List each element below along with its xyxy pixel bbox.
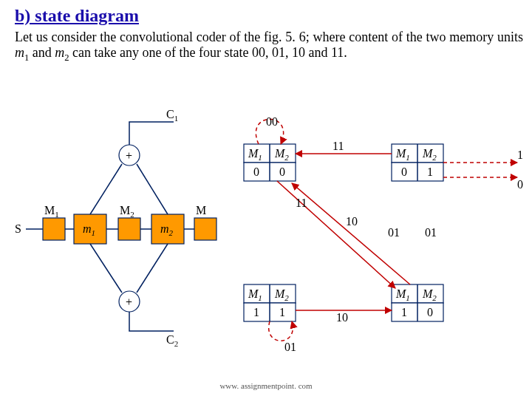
t-00-10: [277, 181, 395, 288]
input-label: S: [15, 222, 21, 235]
lbl-01a: 01: [388, 226, 400, 239]
c1-label: C1: [166, 108, 178, 123]
svg-line-7: [90, 244, 122, 293]
lbl-01b: 01: [425, 226, 437, 239]
lbl-out0: 0: [517, 178, 523, 191]
lbl-11-10: 10: [336, 311, 348, 324]
lbl-11-self: 01: [284, 341, 296, 353]
state-01: M1 M2 0 1: [392, 144, 443, 181]
svg-text:0: 0: [253, 166, 259, 178]
lbl-01-00: 11: [332, 140, 344, 152]
svg-text:0: 0: [401, 166, 407, 178]
mem2-label: M2: [120, 204, 134, 219]
svg-text:1: 1: [401, 306, 407, 318]
svg-line-8: [137, 244, 168, 293]
mem2-box: [118, 218, 140, 240]
svg-line-6: [137, 164, 168, 214]
lbl-00-10: 11: [296, 197, 307, 209]
memk-label: M: [196, 204, 206, 216]
c2-label: C2: [166, 333, 178, 348]
svg-line-5: [90, 164, 122, 214]
state-diagram: M1 M2 0 0 M1 M2 0 1 M1 M2 1: [244, 115, 523, 353]
t-11-self: [269, 321, 293, 341]
mem1-label: M1: [44, 204, 59, 219]
memk-box: [194, 218, 216, 240]
state-11: M1 M2 1 1: [244, 284, 296, 321]
encoder-block: S M1 m1 M2 m2 M + C1 +: [15, 108, 216, 348]
lbl-10: 10: [346, 215, 358, 228]
svg-text:1: 1: [279, 306, 285, 318]
state-00: M1 M2 0 0: [244, 144, 296, 181]
adder-bot-plus: +: [126, 296, 132, 308]
state-10: M1 M2 1 0: [392, 284, 443, 321]
svg-text:1: 1: [427, 166, 433, 178]
adder-top-plus: +: [126, 149, 132, 162]
svg-text:0: 0: [279, 166, 285, 178]
mem1-box: [43, 218, 65, 240]
lbl-out1: 1: [517, 149, 523, 161]
svg-text:1: 1: [253, 306, 259, 318]
footer-url: www. assignmentpoint. com: [0, 381, 532, 390]
svg-text:0: 0: [427, 306, 433, 318]
lbl-00-self: 00: [266, 115, 278, 128]
diagram-svg: S M1 m1 M2 m2 M + C1 +: [0, 0, 532, 399]
